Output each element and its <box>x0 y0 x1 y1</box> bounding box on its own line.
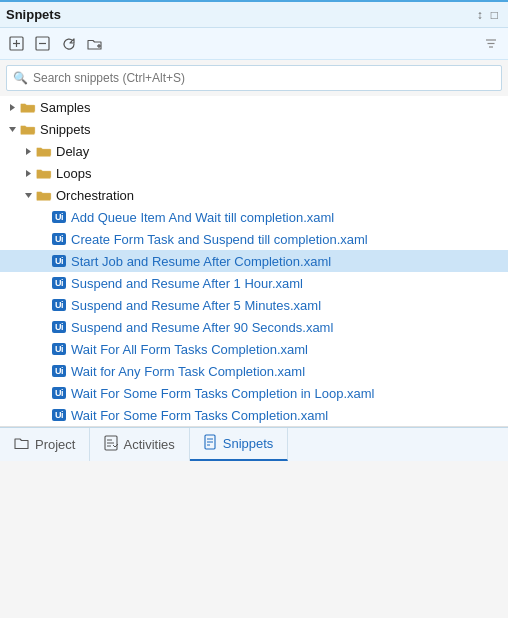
expand-icon-delay[interactable] <box>20 143 36 159</box>
svg-marker-11 <box>9 127 16 132</box>
svg-marker-10 <box>10 104 15 111</box>
tree-item-label-loops: Loops <box>56 166 91 181</box>
ui-badge-item7: Ui <box>52 343 66 355</box>
tree-item-item10[interactable]: UiWait For Some Form Tasks Completion.xa… <box>0 404 508 426</box>
ui-badge-item2: Ui <box>52 233 66 245</box>
tab-snippets-label: Snippets <box>223 436 274 451</box>
collapse-all-button[interactable] <box>32 33 54 55</box>
tree-item-label-item4: Suspend and Resume After 1 Hour.xaml <box>71 276 303 291</box>
expand-icon-loops[interactable] <box>20 165 36 181</box>
window-title: Snippets <box>6 7 61 22</box>
tree-item-label-item7: Wait For All Form Tasks Completion.xaml <box>71 342 308 357</box>
folder-icon-delay <box>36 143 52 159</box>
tab-activities-label: Activities <box>123 437 174 452</box>
folder-icon-snippets <box>20 121 36 137</box>
tree-item-item4[interactable]: UiSuspend and Resume After 1 Hour.xaml <box>0 272 508 294</box>
tree-item-item2[interactable]: UiCreate Form Task and Suspend till comp… <box>0 228 508 250</box>
expand-icon <box>9 36 25 52</box>
tree-item-loops[interactable]: Loops <box>0 162 508 184</box>
tree-item-label-item3: Start Job and Resume After Completion.xa… <box>71 254 331 269</box>
tree-item-item6[interactable]: UiSuspend and Resume After 90 Seconds.xa… <box>0 316 508 338</box>
tree-item-item3[interactable]: UiStart Job and Resume After Completion.… <box>0 250 508 272</box>
svg-marker-12 <box>26 148 31 155</box>
bottom-tabs: Project Activities Snippets <box>0 427 508 461</box>
search-icon: 🔍 <box>13 71 28 85</box>
refresh-button[interactable] <box>58 33 80 55</box>
ui-badge-item8: Ui <box>52 365 66 377</box>
tree-item-label-delay: Delay <box>56 144 89 159</box>
svg-marker-13 <box>26 170 31 177</box>
filter-area <box>480 33 502 55</box>
new-folder-icon <box>87 36 103 52</box>
tree-item-item7[interactable]: UiWait For All Form Tasks Completion.xam… <box>0 338 508 360</box>
tree-item-item9[interactable]: UiWait For Some Form Tasks Completion in… <box>0 382 508 404</box>
tree-item-item8[interactable]: UiWait for Any Form Task Completion.xaml <box>0 360 508 382</box>
tab-activities[interactable]: Activities <box>90 428 189 461</box>
tab-project[interactable]: Project <box>0 428 90 461</box>
tab-snippets[interactable]: Snippets <box>190 428 289 461</box>
title-bar-left: Snippets <box>6 7 61 22</box>
tree-item-delay[interactable]: Delay <box>0 140 508 162</box>
svg-marker-14 <box>25 193 32 198</box>
tree-item-label-item6: Suspend and Resume After 90 Seconds.xaml <box>71 320 333 335</box>
folder-icon-orchestration <box>36 187 52 203</box>
ui-badge-item1: Ui <box>52 211 66 223</box>
collapse-icon <box>35 36 51 52</box>
tree-item-orchestration[interactable]: Orchestration <box>0 184 508 206</box>
ui-badge-item6: Ui <box>52 321 66 333</box>
title-bar-right: ↕ □ <box>473 6 502 24</box>
tree-item-label-item1: Add Queue Item And Wait till completion.… <box>71 210 334 225</box>
expand-all-button[interactable] <box>6 33 28 55</box>
filter-button[interactable] <box>480 33 502 55</box>
tree-item-label-orchestration: Orchestration <box>56 188 134 203</box>
tree-container: Samples Snippets Delay Loops Orchestrati… <box>0 96 508 427</box>
tree-item-label-item10: Wait For Some Form Tasks Completion.xaml <box>71 408 328 423</box>
toolbar <box>0 28 508 60</box>
ui-badge-item10: Ui <box>52 409 66 421</box>
folder-icon-samples <box>20 99 36 115</box>
ui-badge-item9: Ui <box>52 387 66 399</box>
search-bar[interactable]: 🔍 <box>6 65 502 91</box>
tree-item-samples[interactable]: Samples <box>0 96 508 118</box>
tree-item-label-item9: Wait For Some Form Tasks Completion in L… <box>71 386 374 401</box>
tree-item-label-item2: Create Form Task and Suspend till comple… <box>71 232 368 247</box>
ui-badge-item4: Ui <box>52 277 66 289</box>
expand-icon-orchestration[interactable] <box>20 187 36 203</box>
ui-badge-item5: Ui <box>52 299 66 311</box>
snippets-tab-icon <box>204 434 218 453</box>
tree-item-label-item5: Suspend and Resume After 5 Minutes.xaml <box>71 298 321 313</box>
tree-item-label-snippets: Snippets <box>40 122 91 137</box>
expand-icon-snippets[interactable] <box>4 121 20 137</box>
tree-item-item5[interactable]: UiSuspend and Resume After 5 Minutes.xam… <box>0 294 508 316</box>
activities-tab-icon <box>104 435 118 454</box>
pin-icon[interactable]: ↕ <box>473 6 487 24</box>
project-tab-icon <box>14 436 30 453</box>
expand-icon-samples[interactable] <box>4 99 20 115</box>
tree-item-item1[interactable]: UiAdd Queue Item And Wait till completio… <box>0 206 508 228</box>
ui-badge-item3: Ui <box>52 255 66 267</box>
folder-icon-loops <box>36 165 52 181</box>
tab-project-label: Project <box>35 437 75 452</box>
tree-item-label-samples: Samples <box>40 100 91 115</box>
maximize-icon[interactable]: □ <box>487 6 502 24</box>
refresh-icon <box>61 36 77 52</box>
search-input[interactable] <box>33 71 495 85</box>
filter-icon <box>484 37 498 51</box>
tree-item-label-item8: Wait for Any Form Task Completion.xaml <box>71 364 305 379</box>
tree-item-snippets[interactable]: Snippets <box>0 118 508 140</box>
title-bar: Snippets ↕ □ <box>0 0 508 28</box>
new-folder-button[interactable] <box>84 33 106 55</box>
